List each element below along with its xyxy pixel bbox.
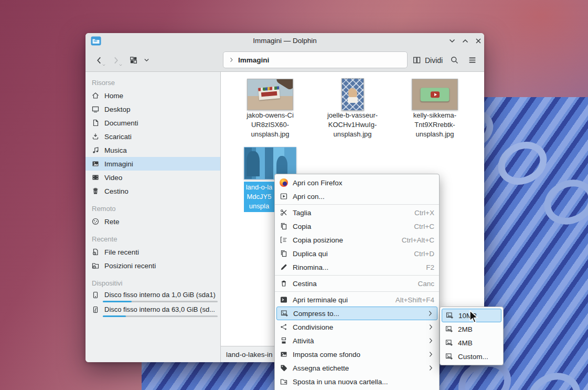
- new-folder-icon: [280, 377, 288, 386]
- menu-button[interactable]: [468, 56, 477, 65]
- breadcrumb-current-folder[interactable]: Immagini: [238, 56, 269, 64]
- file-clock-icon: [91, 248, 100, 256]
- sidebar-item-recent-locations[interactable]: Posizioni recenti: [85, 259, 220, 272]
- share-icon: [280, 323, 288, 331]
- compress-image-icon: [445, 352, 453, 361]
- menu-item-open-with-firefox[interactable]: Apri con Firefox: [275, 176, 439, 189]
- copy-path-icon: [280, 236, 288, 244]
- section-risorse: Risorse: [85, 76, 220, 89]
- tag-icon: [280, 364, 288, 372]
- menu-item-copy-location[interactable]: Copia posizioneCtrl+Alt+C: [275, 233, 439, 247]
- minimize-button[interactable]: [448, 37, 456, 45]
- sidebar-item-disk1[interactable]: Disco fisso interno da 1,0 GiB (sda1): [85, 289, 220, 304]
- sidebar-item-trash[interactable]: Cestino: [85, 184, 220, 198]
- hamburger-icon: [468, 56, 477, 65]
- submenu-arrow-icon: [426, 310, 434, 317]
- compress-image-icon: [445, 339, 453, 347]
- home-icon: [91, 91, 100, 100]
- split-view-button[interactable]: Dividi: [412, 56, 443, 65]
- video-icon: [91, 173, 100, 182]
- copy-icon: [280, 222, 288, 230]
- forward-dropdown-chevron-icon[interactable]: [119, 63, 123, 67]
- music-icon: [91, 146, 100, 154]
- download-icon: [91, 132, 100, 141]
- view-mode-dropdown[interactable]: [143, 57, 150, 64]
- menu-item-duplicate[interactable]: Duplica quiCtrl+D: [275, 247, 439, 260]
- submenu-item-2mb[interactable]: 2MB: [440, 322, 503, 336]
- menu-item-share[interactable]: Condivisione: [275, 320, 439, 334]
- dolphin-app-icon: [91, 36, 101, 46]
- sidebar-item-desktop[interactable]: Desktop: [85, 102, 220, 116]
- sidebar-item-downloads[interactable]: Scaricati: [85, 130, 220, 143]
- hard-disk-icon: [91, 305, 100, 314]
- menu-item-open-terminal[interactable]: Apri terminale quiAlt+Shift+F4: [275, 293, 439, 307]
- sidebar-item-home[interactable]: Home: [85, 89, 220, 102]
- menu-item-activities[interactable]: Attività: [275, 334, 439, 347]
- document-icon: [91, 119, 100, 127]
- file-thumbnail-jakob[interactable]: [247, 79, 293, 110]
- open-with-icon: [280, 192, 288, 201]
- sidebar-item-video[interactable]: Video: [85, 171, 220, 184]
- menu-item-rename[interactable]: Rinomina...F2: [275, 260, 439, 274]
- section-remoto: Remoto: [85, 202, 220, 215]
- chevron-down-icon: [143, 57, 150, 64]
- sidebar-item-music[interactable]: Musica: [85, 143, 220, 157]
- disk-usage-bar: [103, 301, 218, 302]
- close-button[interactable]: [474, 37, 483, 45]
- compress-image-icon: [445, 325, 453, 333]
- menu-item-copy[interactable]: CopiaCtrl+C: [275, 219, 439, 233]
- search-button[interactable]: [450, 56, 459, 65]
- file-thumbnail-joelle[interactable]: [341, 78, 364, 111]
- image-icon: [91, 160, 100, 168]
- wallpaper-icon: [280, 350, 288, 359]
- menu-item-open-with[interactable]: Apri con...: [275, 189, 439, 203]
- search-icon: [450, 56, 459, 65]
- sidebar-item-recent-files[interactable]: File recenti: [85, 245, 220, 259]
- submenu-arrow-icon: [427, 337, 434, 344]
- menu-item-compress-to[interactable]: Compress to...: [276, 307, 437, 320]
- menu-item-assign-tags[interactable]: Assegna etichette: [275, 361, 439, 375]
- section-dispositivi: Dispositivi: [85, 277, 220, 289]
- menu-item-move-to-trash[interactable]: CestinaCanc: [275, 277, 439, 290]
- window-header: Immagini — Dolphin Immagini Dividi: [85, 33, 484, 72]
- sidebar-item-pictures[interactable]: Immagini: [85, 157, 220, 171]
- location-bar[interactable]: Immagini: [223, 51, 408, 68]
- menu-item-cut[interactable]: TagliaCtrl+X: [275, 206, 439, 219]
- view-mode-button[interactable]: [129, 56, 138, 65]
- trash-icon: [91, 187, 100, 195]
- sidebar-item-documents[interactable]: Documenti: [85, 116, 220, 130]
- desktop: Immagini — Dolphin Immagini Dividi: [0, 0, 588, 390]
- back-dropdown-chevron-icon[interactable]: [102, 63, 106, 67]
- terminal-icon: [280, 296, 288, 304]
- submenu-item-custom[interactable]: Custom...: [440, 350, 503, 363]
- compress-image-icon: [280, 309, 288, 318]
- firefox-icon: [280, 178, 288, 187]
- file-label[interactable]: kelly-sikkema-Tnt9XRrebtk-unsplash.jpg: [403, 111, 466, 139]
- menu-item-set-wallpaper[interactable]: Imposta come sfondo: [275, 347, 439, 361]
- menu-item-move-to-new-folder[interactable]: Sposta in una nuova cartella...: [275, 375, 439, 388]
- disk-usage-bar: [103, 315, 218, 317]
- context-menu: Apri con Firefox Apri con... TagliaCtrl+…: [274, 174, 440, 390]
- pencil-icon: [280, 263, 288, 271]
- grid-view-icon: [129, 56, 138, 65]
- submenu-arrow-icon: [427, 351, 434, 358]
- desktop-icon: [91, 105, 100, 113]
- duplicate-icon: [280, 249, 288, 258]
- activities-icon: [280, 336, 288, 345]
- submenu-arrow-icon: [427, 364, 434, 372]
- split-view-label: Dividi: [425, 56, 443, 65]
- file-thumbnail-kelly[interactable]: [412, 79, 458, 110]
- places-panel: Risorse Home Desktop Documenti Scaricati…: [85, 72, 221, 362]
- submenu-item-4mb[interactable]: 4MB: [440, 336, 503, 350]
- maximize-button[interactable]: [461, 37, 469, 45]
- network-icon: [91, 217, 100, 226]
- file-label[interactable]: jakob-owens-CiUR8zISX60-unsplash.jpg: [239, 111, 302, 139]
- sidebar-item-disk2[interactable]: Disco fisso interno da 63,0 GiB (sd...: [85, 304, 220, 319]
- sidebar-item-network[interactable]: Rete: [85, 215, 220, 228]
- breadcrumb-chevron-icon: [228, 57, 234, 63]
- section-recente: Recente: [85, 233, 220, 245]
- submenu-item-10mb[interactable]: 10MB: [442, 309, 501, 322]
- file-label[interactable]: joelle-b-vasseur-KOCHv1HwuIg-unsplash.jp…: [321, 111, 384, 139]
- split-view-icon: [412, 56, 421, 65]
- compress-submenu: 10MB 2MB 4MB Custom...: [440, 307, 504, 365]
